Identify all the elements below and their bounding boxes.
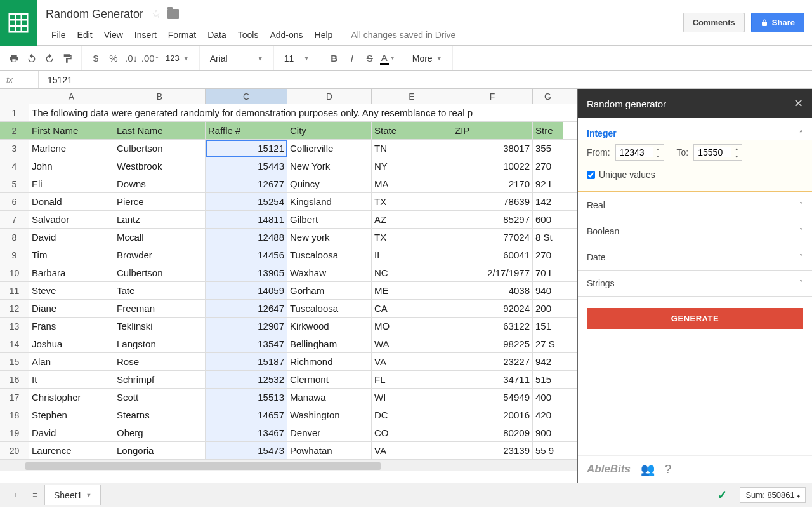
cell[interactable]: Frans	[29, 318, 114, 335]
cell[interactable]: Pierce	[114, 193, 206, 210]
cell[interactable]: Clermont	[287, 371, 372, 388]
cell[interactable]: Mccall	[114, 229, 206, 246]
cell[interactable]: 10022	[452, 157, 533, 175]
cell[interactable]: Donald	[29, 193, 114, 210]
italic-icon[interactable]: I	[343, 50, 361, 67]
section-strings[interactable]: Strings˅	[578, 271, 812, 296]
cell[interactable]: Salvador	[29, 211, 114, 228]
cell[interactable]: State	[372, 122, 452, 139]
more-toolbar[interactable]: More ▼	[407, 50, 447, 67]
currency-icon[interactable]: $	[87, 50, 105, 67]
cell[interactable]: 78639	[452, 193, 533, 210]
cell[interactable]: 515	[533, 371, 563, 388]
cell[interactable]: Denver	[287, 424, 372, 441]
cell[interactable]: 15187	[206, 353, 287, 370]
cell[interactable]: Eli	[29, 175, 114, 192]
generate-button[interactable]: GENERATE	[587, 308, 803, 329]
cell[interactable]: Stearns	[114, 406, 206, 424]
menu-edit[interactable]: Edit	[72, 27, 98, 43]
cell[interactable]: MO	[372, 318, 452, 335]
cell[interactable]: Longoria	[114, 442, 206, 459]
col-header[interactable]: C	[206, 89, 287, 104]
cell[interactable]: Downs	[114, 175, 206, 192]
row-header[interactable]: 16	[0, 371, 29, 388]
cell[interactable]: 60041	[452, 246, 533, 264]
cell[interactable]: 13467	[206, 424, 287, 441]
close-icon[interactable]: ✕	[794, 97, 803, 110]
cell[interactable]: 23139	[452, 442, 533, 459]
section-boolean[interactable]: Boolean˅	[578, 218, 812, 244]
cell[interactable]: 15254	[206, 193, 287, 210]
row-header[interactable]: 12	[0, 300, 29, 317]
cell[interactable]: 420	[533, 406, 563, 424]
cell[interactable]: 8 St	[533, 229, 563, 246]
cell[interactable]: 200	[533, 300, 563, 317]
cell[interactable]: David	[29, 424, 114, 441]
row-header[interactable]: 6	[0, 193, 29, 210]
cell[interactable]: CA	[372, 300, 452, 317]
cell[interactable]: NC	[372, 264, 452, 281]
cell[interactable]: VA	[372, 442, 452, 459]
fx-value[interactable]: 15121	[48, 75, 72, 85]
cell[interactable]: 55 9	[533, 442, 563, 459]
menu-insert[interactable]: Insert	[129, 27, 162, 43]
cell[interactable]: Joshua	[29, 335, 114, 352]
cell[interactable]: TX	[372, 193, 452, 210]
percent-icon[interactable]: %	[105, 50, 122, 67]
cell[interactable]: 940	[533, 282, 563, 299]
sheet-tab[interactable]: Sheet1▼	[44, 485, 101, 505]
cell[interactable]: Alan	[29, 353, 114, 370]
paint-format-icon[interactable]	[58, 50, 76, 67]
print-icon[interactable]	[5, 50, 23, 67]
cell[interactable]: Gorham	[287, 282, 372, 299]
cell[interactable]: 2170	[452, 175, 533, 192]
cell[interactable]: 600	[533, 211, 563, 228]
cell[interactable]: Collierville	[287, 140, 372, 157]
font-size-select[interactable]: 11 ▼	[279, 50, 315, 67]
cell[interactable]: Barbara	[29, 264, 114, 281]
cell[interactable]: WA	[372, 335, 452, 352]
cell[interactable]: 23227	[452, 353, 533, 370]
cell[interactable]: Waxhaw	[287, 264, 372, 281]
cell[interactable]: ZIP	[452, 122, 533, 139]
cell[interactable]: Christopher	[29, 389, 114, 406]
people-icon[interactable]: 👥	[641, 462, 655, 476]
row-header[interactable]: 10	[0, 264, 29, 281]
cell[interactable]: 98225	[452, 335, 533, 352]
cell[interactable]: Lantz	[114, 211, 206, 228]
cell[interactable]: 38017	[452, 140, 533, 157]
row-header[interactable]: 19	[0, 424, 29, 441]
cell[interactable]: Kirkwood	[287, 318, 372, 335]
row-header[interactable]: 5	[0, 175, 29, 192]
menu-tools[interactable]: Tools	[232, 27, 265, 43]
font-select[interactable]: Arial▼	[205, 50, 268, 67]
cell[interactable]: Laurence	[29, 442, 114, 459]
cell[interactable]: Tuscaloosa	[287, 300, 372, 317]
cell[interactable]: First Name	[29, 122, 114, 139]
cell[interactable]: 85297	[452, 211, 533, 228]
cell[interactable]: Quincy	[287, 175, 372, 192]
cell[interactable]: 14456	[206, 246, 287, 264]
cell[interactable]: 15121	[206, 140, 287, 157]
row-header[interactable]: 3	[0, 140, 29, 157]
row-header[interactable]: 1	[0, 104, 29, 121]
cell[interactable]: Langston	[114, 335, 206, 352]
cell[interactable]: Rose	[114, 353, 206, 370]
cell[interactable]: Powhatan	[287, 442, 372, 459]
col-header[interactable]: A	[29, 89, 114, 104]
row-header[interactable]: 7	[0, 211, 29, 228]
cell[interactable]: The following data were generated random…	[29, 104, 563, 121]
cell[interactable]: CO	[372, 424, 452, 441]
cell[interactable]: New York	[287, 157, 372, 175]
redo-icon[interactable]	[41, 50, 58, 67]
star-icon[interactable]: ☆	[151, 7, 161, 21]
cell[interactable]: Oberg	[114, 424, 206, 441]
cell[interactable]: 12532	[206, 371, 287, 388]
cell[interactable]: VA	[372, 353, 452, 370]
cell[interactable]: Culbertson	[114, 264, 206, 281]
unique-checkbox[interactable]: Unique values	[587, 170, 803, 180]
row-header[interactable]: 18	[0, 406, 29, 424]
select-all-corner[interactable]	[0, 89, 29, 104]
cell[interactable]: Westbrook	[114, 157, 206, 175]
cell[interactable]: TN	[372, 140, 452, 157]
